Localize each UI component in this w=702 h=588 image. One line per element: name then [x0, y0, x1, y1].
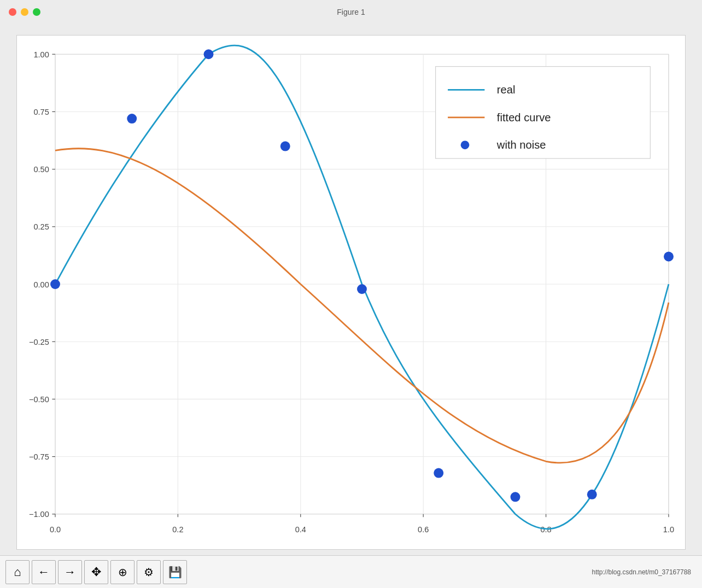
pan-button[interactable]: ✥: [84, 560, 108, 584]
status-bar: http://blog.csdn.net/m0_37167788: [189, 568, 697, 576]
svg-text:−0.50: −0.50: [29, 395, 49, 404]
noise-dot: [280, 142, 290, 151]
fitted-curve: [55, 149, 669, 463]
svg-text:0.2: 0.2: [172, 525, 183, 534]
noise-dot: [50, 279, 60, 289]
traffic-lights: [9, 8, 40, 16]
window: Figure 1: [0, 0, 702, 588]
svg-text:0.50: 0.50: [33, 165, 49, 174]
svg-text:with noise: with noise: [496, 139, 546, 151]
toolbar: ⌂ ← → ✥ ⊕ ⚙ 💾 http://blog.csdn.net/m0_37…: [0, 555, 702, 588]
window-title: Figure 1: [337, 8, 365, 16]
svg-text:0.75: 0.75: [33, 108, 49, 116]
svg-text:real: real: [497, 84, 516, 96]
svg-text:−0.25: −0.25: [29, 338, 49, 346]
noise-dot: [127, 114, 137, 124]
home-button[interactable]: ⌂: [5, 560, 30, 584]
titlebar: Figure 1: [0, 0, 702, 24]
svg-text:−0.75: −0.75: [29, 452, 49, 461]
plot-inner: 1.00 0.75 0.50 0.25 0.00 −0.25 −0.50 −0.…: [17, 36, 685, 549]
svg-text:1.00: 1.00: [33, 50, 49, 59]
noise-dot: [587, 490, 597, 499]
svg-point-50: [461, 140, 470, 149]
save-icon: 💾: [168, 566, 182, 579]
svg-text:fitted curve: fitted curve: [497, 111, 551, 124]
svg-text:0.0: 0.0: [50, 525, 61, 534]
noise-dot: [357, 284, 367, 294]
plot-svg: 1.00 0.75 0.50 0.25 0.00 −0.25 −0.50 −0.…: [55, 46, 669, 522]
svg-text:0.00: 0.00: [33, 280, 49, 289]
svg-text:0.6: 0.6: [418, 525, 429, 534]
minimize-button[interactable]: [21, 8, 28, 16]
svg-text:0.8: 0.8: [540, 525, 551, 534]
zoom-button[interactable]: ⊕: [110, 560, 134, 584]
noise-dot: [664, 252, 674, 262]
settings-button[interactable]: ⚙: [137, 560, 161, 584]
plot-container: 1.00 0.75 0.50 0.25 0.00 −0.25 −0.50 −0.…: [16, 35, 686, 550]
svg-text:−1.00: −1.00: [29, 510, 49, 519]
svg-text:0.4: 0.4: [295, 525, 306, 534]
svg-text:0.25: 0.25: [33, 222, 49, 231]
save-button[interactable]: 💾: [163, 560, 187, 584]
content-area: 1.00 0.75 0.50 0.25 0.00 −0.25 −0.50 −0.…: [0, 24, 702, 555]
noise-dot: [204, 49, 214, 59]
settings-icon: ⚙: [144, 566, 154, 579]
pan-icon: ✥: [91, 565, 101, 579]
forward-icon: →: [64, 565, 76, 579]
noise-dot: [434, 468, 443, 478]
status-text: http://blog.csdn.net/m0_37167788: [592, 568, 691, 576]
close-button[interactable]: [9, 8, 16, 16]
zoom-icon: ⊕: [118, 566, 127, 579]
home-icon: ⌂: [14, 565, 21, 579]
back-button[interactable]: ←: [32, 560, 56, 584]
noise-dot: [511, 492, 520, 502]
back-icon: ←: [38, 565, 50, 579]
maximize-button[interactable]: [33, 8, 40, 16]
svg-text:1.0: 1.0: [663, 525, 674, 534]
forward-button[interactable]: →: [58, 560, 82, 584]
